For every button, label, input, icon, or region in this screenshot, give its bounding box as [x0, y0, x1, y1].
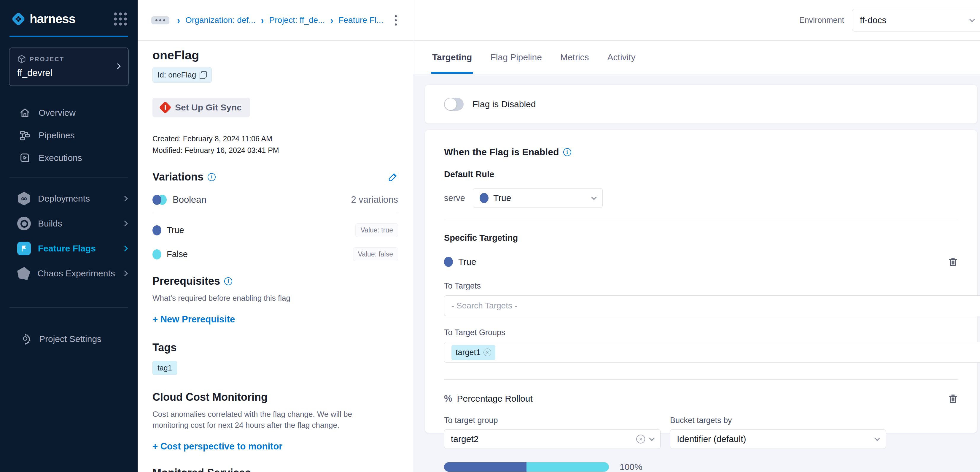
info-icon[interactable]: i — [563, 148, 571, 156]
cloud-cost-heading: Cloud Cost Monitoring — [153, 391, 267, 403]
rollout-false-segment — [527, 462, 609, 472]
prerequisites-heading: Prerequisites i — [153, 275, 232, 287]
chevron-right-icon — [122, 270, 128, 276]
app-grid-icon[interactable] — [114, 13, 127, 26]
delete-specific-targeting-icon[interactable] — [948, 257, 958, 267]
chevron-down-icon — [969, 17, 975, 22]
edit-variations-icon[interactable] — [388, 172, 398, 182]
flag-detail-panel: › Organization: def... › Project: ff_de.… — [138, 0, 413, 472]
true-variation-dot — [153, 225, 161, 235]
chevron-right-icon — [122, 196, 128, 202]
copy-icon[interactable] — [200, 71, 207, 79]
default-rule-label: Default Rule — [444, 169, 958, 179]
harness-logo[interactable]: harness — [11, 11, 75, 27]
flag-enabled-toggle[interactable] — [444, 98, 464, 111]
targeting-panel: Environment ff-docs Targeting Flag Pipel… — [413, 0, 980, 472]
breadcrumb-organization[interactable]: Organization: def... — [185, 16, 256, 25]
specific-targeting-heading: Specific Targeting — [444, 233, 958, 243]
sidebar-divider — [10, 307, 128, 308]
chevron-right-icon: › — [261, 14, 264, 26]
chevron-right-icon — [122, 220, 128, 226]
flag-state-label: Flag is Disabled — [473, 99, 536, 109]
sidebar-nav: Overview Pipelines Executions — [0, 102, 138, 169]
chevron-down-icon — [591, 195, 597, 200]
tag-chip[interactable]: tag1 — [153, 361, 177, 375]
cloud-cost-description: Cost anomalies correlated with the flag … — [153, 409, 387, 431]
flag-state-card: Flag is Disabled — [425, 85, 977, 123]
sidebar-item-overview[interactable]: Overview — [0, 102, 138, 124]
variation-count: 2 variations — [351, 195, 398, 205]
rollout-target-group-select[interactable]: target2 × — [444, 429, 660, 449]
variation-type-row: Boolean 2 variations — [153, 195, 398, 213]
sidebar-item-deployments[interactable]: ∞ Deployments — [0, 186, 138, 211]
tags-heading: Tags — [153, 341, 177, 354]
rollout-true-segment — [444, 462, 527, 472]
variation-row-false: False Value: false — [153, 247, 398, 261]
chaos-experiments-icon — [17, 267, 30, 280]
rollout-total-label: 100% — [620, 462, 643, 472]
builds-icon — [17, 217, 31, 230]
environment-label: Environment — [799, 16, 844, 25]
chevron-down-icon — [649, 435, 654, 441]
executions-icon — [19, 152, 31, 164]
targeting-content: Flag is Disabled When the Flag is Enable… — [413, 74, 980, 472]
section-divider — [444, 220, 958, 220]
setup-git-sync-button[interactable]: Set Up Git Sync — [153, 98, 250, 117]
project-selector[interactable]: PROJECT ff_devrel — [9, 48, 129, 86]
pipelines-icon — [19, 129, 31, 141]
breadcrumb-feature-flags[interactable]: Feature Fl... — [339, 16, 383, 25]
rollout-distribution-row: 100% — [444, 462, 958, 472]
sidebar-header: harness — [10, 0, 128, 37]
bucket-targets-label: Bucket targets by — [670, 416, 886, 425]
sidebar-item-label: Pipelines — [38, 130, 75, 140]
flag-menu-kebab-icon[interactable] — [392, 13, 400, 28]
page-title: oneFlag — [153, 48, 398, 62]
bucket-targets-select[interactable]: Identifier (default) — [670, 429, 886, 449]
sidebar-item-label: Overview — [38, 108, 76, 118]
remove-chip-icon[interactable]: × — [484, 349, 491, 356]
sidebar-item-project-settings[interactable]: Project Settings — [0, 328, 138, 350]
chevron-right-icon — [122, 246, 128, 252]
tab-bar: Targeting Flag Pipeline Metrics Activity — [413, 41, 980, 74]
tab-flag-pipeline[interactable]: Flag Pipeline — [490, 41, 542, 74]
flag-id-pill[interactable]: Id: oneFlag — [153, 67, 212, 83]
true-variation-dot — [480, 193, 488, 203]
new-prerequisite-button[interactable]: + New Prerequisite — [153, 314, 235, 325]
tab-activity[interactable]: Activity — [608, 41, 636, 74]
target-group-chip[interactable]: target1 × — [452, 345, 495, 360]
home-icon — [19, 107, 31, 119]
default-rule-serve-select[interactable]: True — [473, 188, 603, 208]
true-variation-dot — [444, 257, 453, 267]
project-label: PROJECT — [30, 56, 64, 63]
tab-targeting[interactable]: Targeting — [432, 41, 472, 74]
percentage-rollout-header: % Percentage Rollout — [444, 393, 958, 404]
breadcrumb-more-button[interactable] — [151, 16, 169, 24]
created-date: Created: February 8, 2024 11:06 AM — [153, 134, 398, 143]
target-groups-field[interactable]: target1 × — [444, 342, 980, 363]
info-icon[interactable]: i — [208, 173, 216, 181]
search-targets-input[interactable] — [452, 301, 980, 311]
targeting-rules-card: When the Flag is Enabled i Default Rule … — [425, 130, 977, 433]
sidebar-item-feature-flags[interactable]: Feature Flags — [0, 236, 138, 261]
environment-select[interactable]: ff-docs — [852, 9, 980, 32]
sidebar-item-label: Executions — [38, 153, 82, 163]
rollout-target-group-label: To target group — [444, 416, 660, 425]
feature-flags-icon — [17, 242, 31, 255]
sidebar-item-executions[interactable]: Executions — [0, 147, 138, 169]
sidebar-item-label: Project Settings — [39, 334, 102, 344]
harness-logo-icon — [11, 11, 26, 27]
sidebar-item-builds[interactable]: Builds — [0, 211, 138, 236]
main: › Organization: def... › Project: ff_de.… — [138, 0, 980, 472]
info-icon[interactable]: i — [224, 277, 232, 285]
git-sync-icon — [159, 101, 172, 114]
breadcrumb-project[interactable]: Project: ff_de... — [269, 16, 325, 25]
tab-metrics[interactable]: Metrics — [560, 41, 589, 74]
variation-row-true: True Value: true — [153, 223, 398, 237]
sidebar-item-pipelines[interactable]: Pipelines — [0, 124, 138, 147]
sidebar-item-chaos-experiments[interactable]: Chaos Experiments — [0, 261, 138, 286]
cost-perspective-button[interactable]: + Cost perspective to monitor — [153, 441, 282, 452]
variation-value-badge: Value: true — [355, 223, 398, 237]
clear-selection-icon[interactable]: × — [636, 435, 645, 443]
delete-percentage-rollout-icon[interactable] — [948, 393, 958, 404]
true-variation-dot — [153, 195, 161, 205]
